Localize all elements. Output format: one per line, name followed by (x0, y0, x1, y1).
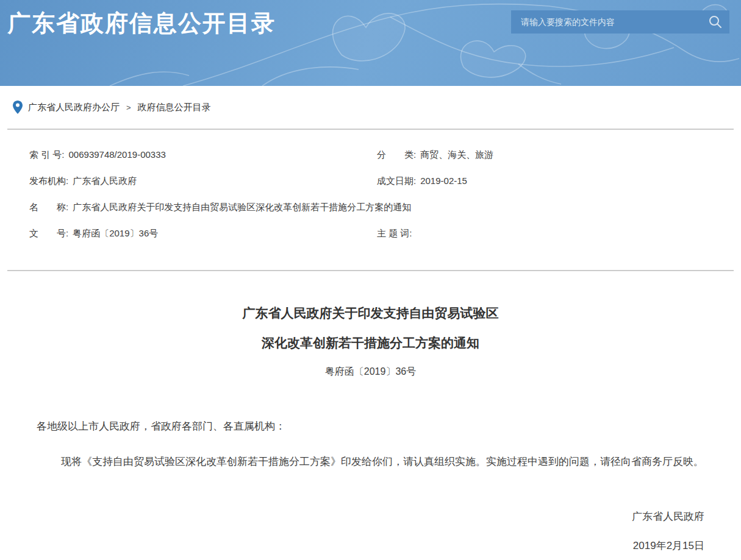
location-pin-icon (13, 101, 23, 114)
meta-keywords: 主 题 词: (377, 229, 734, 238)
breadcrumb-site-link[interactable]: 广东省人民政府办公厅 (28, 102, 120, 113)
document-body: 广东省人民政府关于印发支持自由贸易试验区 深化改革创新若干措施分工方案的通知 粤… (0, 271, 741, 552)
page: 广东省政府信息公开目录 广东省人民政府办公厅 > 政府信息公开目录 索 引 号:… (0, 0, 741, 560)
search-bar[interactable] (511, 10, 729, 34)
meta-category: 分 类:商贸、海关、旅游 (377, 150, 734, 160)
breadcrumb-section-link[interactable]: 政府信息公开目录 (138, 102, 211, 113)
meta-document-number: 文 号:粤府函〔2019〕36号 (29, 229, 377, 238)
body-paragraph: 现将《支持自由贸易试验区深化改革创新若干措施分工方案》印发给你们，请认真组织实施… (37, 453, 704, 470)
document-number: 粤府函〔2019〕36号 (37, 366, 704, 378)
document-title-line1: 广东省人民政府关于印发支持自由贸易试验区 (37, 306, 704, 321)
meta-index-number: 索 引 号:006939748/2019-00333 (29, 150, 377, 160)
document-title-line2: 深化改革创新若干措施分工方案的通知 (37, 336, 704, 350)
banner: 广东省政府信息公开目录 (0, 0, 741, 86)
metadata-grid: 索 引 号:006939748/2019-00333 分 类:商贸、海关、旅游 … (29, 150, 734, 238)
salutation: 各地级以上市人民政府，省政府各部门、各直属机构： (37, 421, 704, 432)
breadcrumb-separator: > (126, 103, 131, 112)
search-input[interactable] (511, 17, 708, 27)
page-title: 广东省政府信息公开目录 (7, 8, 276, 39)
meta-document-name: 名 称:广东省人民政府关于印发支持自由贸易试验区深化改革创新若干措施分工方案的通… (29, 202, 734, 212)
document-metadata: 索 引 号:006939748/2019-00333 分 类:商贸、海关、旅游 … (0, 130, 741, 270)
signature: 广东省人民政府 (37, 511, 704, 523)
document-date: 2019年2月15日 (37, 540, 704, 552)
breadcrumb: 广东省人民政府办公厅 > 政府信息公开目录 (0, 86, 741, 129)
meta-issue-date: 成文日期:2019-02-15 (377, 176, 734, 186)
search-icon[interactable] (708, 15, 723, 29)
meta-publisher: 发布机构:广东省人民政府 (29, 176, 377, 186)
